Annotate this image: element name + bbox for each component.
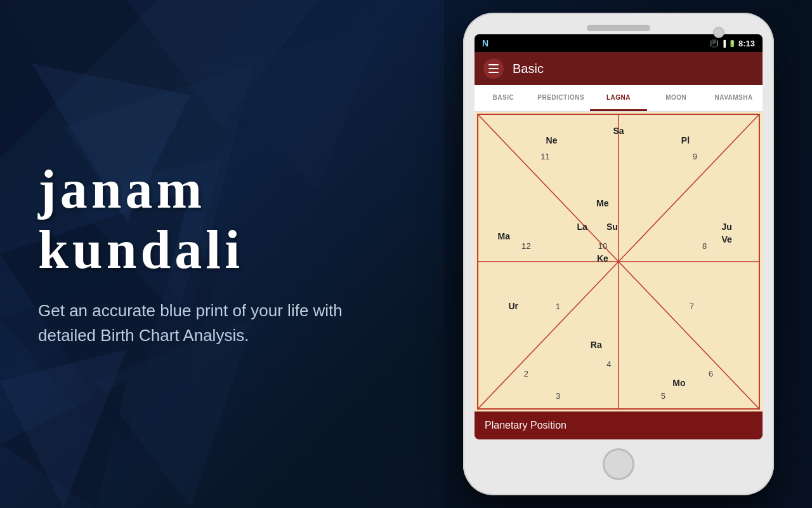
phone-camera: [713, 27, 724, 38]
svg-text:12: 12: [521, 241, 531, 251]
tab-basic[interactable]: BASIC: [475, 85, 532, 111]
svg-text:5: 5: [661, 391, 665, 401]
app-header: Basic: [475, 52, 763, 85]
app-subtitle: Get an accurate blue print of your life …: [38, 299, 343, 349]
svg-text:10: 10: [598, 241, 608, 251]
svg-text:Pl: Pl: [681, 135, 690, 145]
phone-body: N 📳 ▐ 🔋 8:13 Basi: [463, 13, 774, 495]
tab-predictions[interactable]: PREDICTIONS: [532, 85, 590, 111]
svg-text:Mo: Mo: [672, 378, 686, 388]
signal-icon: ▐: [721, 40, 726, 47]
svg-text:Me: Me: [596, 198, 609, 208]
svg-text:3: 3: [556, 391, 560, 401]
hamburger-line-3: [488, 72, 499, 73]
bottom-bar[interactable]: Planetary Position: [475, 411, 763, 439]
svg-text:Ju: Ju: [722, 222, 732, 232]
vibrate-icon: 📳: [710, 39, 719, 48]
nav-tabs: BASIC PREDICTIONS LAGNA MOON NAVAMSHA: [475, 85, 763, 112]
app-title: janam kundali: [38, 159, 419, 279]
svg-text:Sa: Sa: [613, 126, 624, 136]
phone-device: N 📳 ▐ 🔋 8:13 Basi: [463, 13, 774, 495]
svg-text:7: 7: [690, 302, 694, 311]
svg-text:4: 4: [606, 359, 611, 369]
status-right: 📳 ▐ 🔋 8:13: [710, 39, 755, 48]
hamburger-line-1: [488, 64, 499, 65]
hamburger-button[interactable]: [483, 58, 504, 79]
kundali-chart-area: Sa Ne 11 Pl 9 Ma 12 Me La Su 10 Ke: [475, 112, 763, 411]
left-content-area: janam kundali Get an accurate blue print…: [38, 159, 419, 348]
svg-text:Ra: Ra: [591, 340, 602, 350]
svg-text:Ma: Ma: [497, 231, 510, 241]
phone-screen: N 📳 ▐ 🔋 8:13 Basi: [475, 34, 763, 439]
tab-moon[interactable]: MOON: [647, 85, 705, 111]
planetary-position-label: Planetary Position: [485, 420, 566, 431]
svg-text:Su: Su: [606, 222, 618, 232]
phone-top-bar: [475, 24, 763, 34]
phone-bottom: [475, 439, 763, 484]
title-line: janam kundali: [38, 159, 419, 279]
status-time: 8:13: [738, 39, 755, 48]
svg-text:2: 2: [524, 369, 528, 378]
app-header-title: Basic: [513, 62, 544, 76]
svg-text:11: 11: [540, 152, 550, 161]
tab-lagna[interactable]: LAGNA: [590, 85, 648, 111]
phone-speaker: [587, 25, 650, 31]
svg-text:6: 6: [709, 369, 713, 378]
svg-text:Ve: Ve: [722, 234, 733, 244]
svg-text:La: La: [577, 222, 588, 232]
kundali-chart-svg: Sa Ne 11 Pl 9 Ma 12 Me La Su 10 Ke: [475, 112, 763, 411]
hamburger-line-2: [488, 68, 499, 69]
svg-text:1: 1: [556, 302, 560, 311]
svg-text:Ur: Ur: [508, 301, 518, 311]
home-button[interactable]: [603, 448, 634, 480]
tab-navamsha[interactable]: NAVAMSHA: [705, 85, 763, 111]
svg-text:Ne: Ne: [546, 135, 558, 145]
svg-text:Ke: Ke: [597, 253, 608, 264]
status-left: N: [482, 38, 488, 48]
svg-text:9: 9: [693, 152, 697, 161]
battery-icon: 🔋: [728, 40, 736, 47]
title-janam: janam kundali: [38, 159, 419, 279]
svg-text:8: 8: [702, 241, 707, 251]
app-notification-icon: N: [482, 38, 488, 48]
